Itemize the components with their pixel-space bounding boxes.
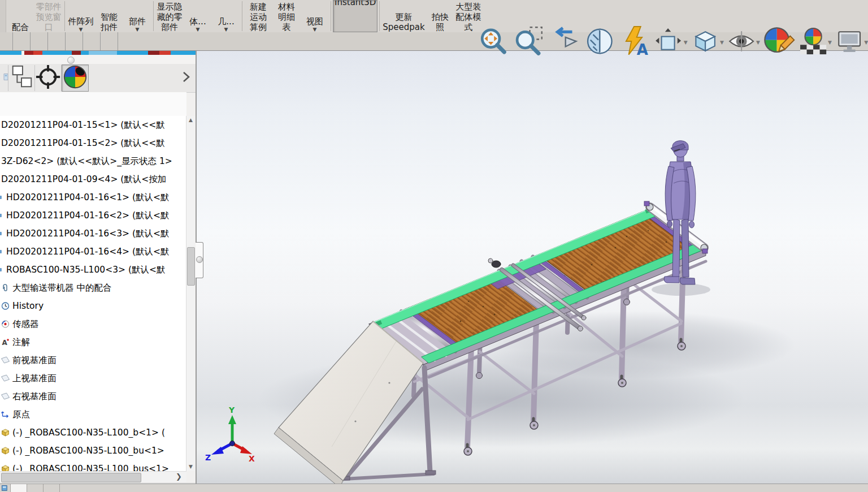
headsup-button[interactable]: ▼ (835, 0, 868, 86)
headsup-button[interactable]: ▼ (478, 0, 510, 86)
chevron-down-icon: ▼ (196, 27, 200, 32)
command-button[interactable]: 配合 ▼ (6, 0, 34, 32)
sensors-icon (0, 320, 11, 329)
panel-tab[interactable] (35, 65, 62, 91)
tree-item[interactable]: (-) _ROBASC100-N35-L100_bus<1> (0, 460, 186, 471)
strip-segment (159, 51, 171, 55)
tree-item[interactable]: HD20201211P04-01-16<3> (默认<默 (0, 225, 186, 243)
tree-item[interactable]: HD20201211P04-01-16<1> (默认<默 (0, 188, 186, 206)
chevron-down-icon[interactable]: ▼ (756, 40, 760, 45)
panel-tab-bar (0, 64, 196, 93)
command-button[interactable]: 件阵列 ▼ (67, 0, 95, 32)
tree-item[interactable]: HD20201211P04-01-16<4> (默认<默 (0, 243, 186, 261)
tree-item[interactable]: (-) _ROBASC100-N35-L100_bu<1> (0, 442, 186, 460)
command-button[interactable]: 更新Speedpak ▼ (381, 0, 426, 32)
part-icon (0, 428, 11, 437)
part-clipped-icon (0, 265, 5, 274)
command-button[interactable]: 零部件预览窗口 ▼ (34, 0, 63, 32)
zoom-area-icon (513, 0, 545, 86)
tree-item[interactable]: 大型输送带机器 中的配合 (0, 279, 186, 297)
plane-icon (0, 356, 11, 365)
command-button[interactable]: 视图 ▼ (301, 0, 329, 32)
chevron-down-icon: ▼ (136, 27, 140, 32)
separator (153, 1, 154, 31)
display-style-icon (691, 0, 719, 86)
scroll-right-icon[interactable]: ❯ (176, 472, 182, 481)
chevron-down-icon: ▼ (224, 27, 228, 32)
view-orientation-icon (654, 0, 683, 86)
study-tab[interactable] (27, 484, 44, 492)
panel-tab[interactable] (62, 64, 89, 92)
vscroll-thumb[interactable] (187, 247, 195, 286)
tree-item[interactable]: HD20201211P04-01-16<2> (默认<默 (0, 206, 186, 225)
ribbon-tab[interactable] (101, 32, 118, 50)
chevron-down-icon: ▼ (313, 27, 317, 32)
clipped-ribbon-button[interactable] (0, 0, 6, 32)
triad-x-label: X (249, 454, 255, 463)
hscroll-thumb[interactable] (1, 473, 141, 482)
edit-appearance-icon (763, 0, 796, 86)
annotation-views-icon (619, 0, 652, 86)
panel-tab[interactable] (8, 65, 35, 91)
tree-item[interactable]: D20201211P04-01-15<2> (默认<<默 (0, 134, 186, 152)
command-button[interactable]: 几... ▼ (212, 0, 240, 32)
study-tab[interactable] (44, 484, 60, 492)
headsup-button[interactable]: ▼ (691, 0, 724, 86)
tree-item[interactable]: ROBASC100-N35-L100<3> (默认<默 (0, 261, 186, 279)
panel-splitter-grip[interactable] (196, 242, 203, 278)
history-icon (0, 301, 11, 310)
graphics-viewport[interactable]: Y Z X (196, 51, 868, 484)
tree-horizontal-scrollbar[interactable]: ❯ (0, 471, 186, 483)
part-clipped-icon (0, 247, 5, 256)
chevron-down-icon[interactable]: ▼ (720, 40, 724, 45)
chevron-down-icon[interactable]: ▼ (828, 40, 832, 45)
headsup-button[interactable]: ▼ (548, 0, 580, 86)
command-button[interactable]: 部件 ▼ (123, 0, 151, 32)
view-settings-icon (835, 0, 863, 86)
command-button[interactable]: 材料明细表 ▼ (272, 0, 301, 32)
tree-item[interactable]: 传感器 (0, 315, 186, 333)
headsup-button[interactable]: ▼ (619, 0, 652, 86)
command-button[interactable]: 体... ▼ (184, 0, 212, 32)
tree-item[interactable]: 注解 (0, 333, 186, 351)
feature-manager-panel: D20201211P04-01-15<1> (默认<<默 D20201211P0… (0, 51, 196, 484)
headsup-button[interactable]: ▼ (654, 0, 687, 86)
command-button[interactable]: 显示隐藏的零部件 ▼ (155, 0, 184, 32)
tree-item[interactable]: 前视基准面 (0, 351, 186, 369)
panel-tab[interactable] (0, 65, 8, 91)
headsup-button[interactable]: ▼ (763, 0, 796, 86)
tree-item[interactable]: History (0, 297, 186, 315)
tree-item[interactable]: 上视基准面 (0, 369, 186, 387)
chevron-down-icon[interactable]: ▼ (864, 40, 868, 45)
command-button[interactable]: 新建运动算例 ▼ (244, 0, 272, 32)
headsup-button[interactable]: ▼ (584, 0, 616, 86)
tree-item[interactable]: 3Z-D62<2> (默认<<默认>_显示状态 1> (0, 152, 186, 170)
tree-item[interactable]: D20201211P04-01-09<4> (默认<按加 (0, 170, 186, 188)
tree-item[interactable]: 原点 (0, 405, 186, 424)
tree-item[interactable]: D20201211P04-01-15<1> (默认<<默 (0, 116, 186, 134)
strip-segment (117, 51, 148, 55)
command-button[interactable]: Instant3D ▼ (333, 0, 377, 32)
viewport-3d-scene[interactable]: Y Z X (196, 51, 868, 484)
tree-vertical-scrollbar[interactable]: ▲ ▼ (186, 116, 195, 471)
headsup-button[interactable]: ▼ (799, 0, 832, 86)
chevron-down-icon[interactable]: ▼ (684, 40, 688, 45)
part-icon (0, 446, 11, 455)
strip-segment (148, 51, 159, 55)
feature-tree: D20201211P04-01-15<1> (默认<<默 D20201211P0… (0, 116, 186, 471)
scroll-down-icon[interactable]: ▼ (186, 463, 195, 471)
tree-item[interactable]: 右视基准面 (0, 387, 186, 405)
study-tab[interactable] (10, 484, 27, 492)
scroll-up-icon[interactable]: ▲ (186, 116, 195, 124)
part-clipped-icon (0, 229, 5, 238)
headsup-button[interactable]: ▼ (727, 0, 760, 86)
hide-show-items-icon (727, 0, 756, 86)
headsup-button[interactable]: ▼ (513, 0, 545, 86)
strip-segment (89, 51, 117, 55)
command-button[interactable]: 拍快照 ▼ (426, 0, 454, 32)
panel-tabs-expand-chevron-icon[interactable] (181, 71, 191, 85)
previous-view-icon (548, 0, 580, 86)
splitter-dot[interactable] (196, 256, 203, 263)
command-button[interactable]: 智能扣件 ▼ (95, 0, 123, 32)
tree-item[interactable]: (-) _ROBASC100-N35-L100_b<1> ( (0, 424, 186, 442)
